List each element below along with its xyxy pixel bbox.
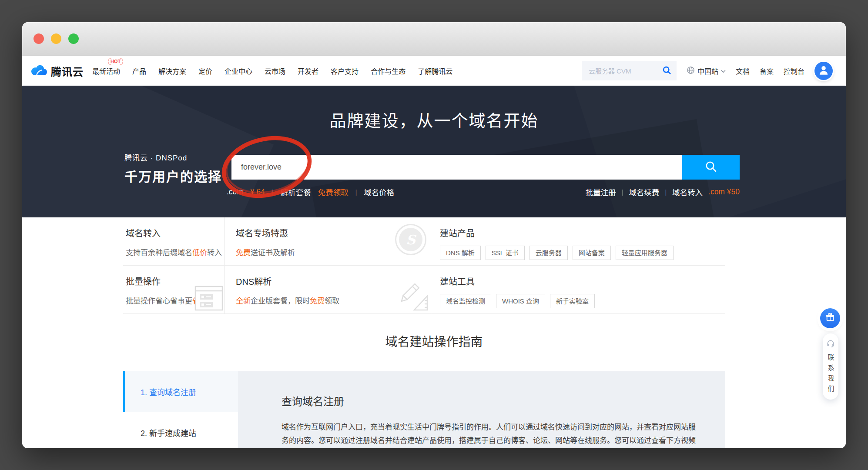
guide-section-title: 域名建站操作指南	[22, 332, 846, 350]
hero-banner: 品牌建设，从一个域名开始 腾讯云 · DNSPod 千万用户的选择 .com ¥…	[22, 86, 846, 217]
separator: |	[355, 189, 357, 196]
card-batch-ops[interactable]: 批量操作 批量操作省心省事更省力	[123, 266, 224, 313]
card-title[interactable]: 域名转入	[126, 227, 224, 239]
tool-chips: 域名监控检测 WHOIS 查询 新手实验室	[440, 294, 725, 308]
menu-item-marketplace[interactable]: 云市场	[265, 66, 285, 76]
nav-link-icp[interactable]: 备案	[760, 66, 774, 76]
cloud-icon	[30, 64, 48, 78]
dnspod-s-icon: S	[395, 224, 426, 255]
nav-right-cluster: 中国站 文档 备案 控制台	[582, 61, 833, 80]
hero-quicklinks-right: 批量注册 | 域名续费 | 域名转入 .com ¥50	[586, 187, 740, 197]
menu-item-solutions[interactable]: 解决方案	[158, 66, 186, 76]
region-label: 中国站	[697, 66, 718, 76]
menu-item-support[interactable]: 客户支持	[331, 66, 359, 76]
gift-icon	[825, 313, 835, 324]
guide-section: 域名建站操作指南 1. 查询域名注册 2. 新手速成建站 查询域名注册 域名作为…	[22, 314, 846, 448]
menu-item-products[interactable]: 产品	[132, 66, 146, 76]
chip-dns[interactable]: DNS 解析	[440, 246, 481, 260]
menu-item-enterprise[interactable]: 企业中心	[225, 66, 252, 76]
card-dns-resolution[interactable]: DNS解析 全新企业版套餐，限时免费领取	[224, 266, 431, 313]
separator: |	[622, 189, 623, 196]
dns-plan-link[interactable]: 解析套餐	[281, 187, 311, 197]
hero-quicklinks-left: .com ¥ 64 | 解析套餐 免费领取 | 域名价格	[227, 187, 394, 197]
chip-monitor[interactable]: 域名监控检测	[440, 294, 491, 308]
promotions-float-button[interactable]	[820, 308, 840, 328]
headset-icon	[826, 339, 835, 350]
traffic-lights	[34, 33, 79, 44]
menu-item-about[interactable]: 了解腾讯云	[418, 66, 452, 76]
cards-row-1: 域名转入 支持百余种后缀域名低价转入 域名专场特惠 免费送证书及解析 S 建站产…	[123, 217, 725, 266]
transfer-offer[interactable]: .com ¥50	[708, 187, 740, 197]
chip-whois[interactable]: WHOIS 查询	[496, 294, 545, 308]
tld-price[interactable]: ¥ 64	[250, 187, 265, 197]
guide-tab-quick-site[interactable]: 2. 新手速成建站	[123, 412, 238, 448]
browser-window: 腾讯云 最新活动 HOT 产品 解决方案 定价 企业中心 云市场 开发者 客户支…	[22, 22, 846, 448]
hot-badge: HOT	[108, 58, 123, 65]
guide-panel: 查询域名注册 域名作为互联网门户入口，充当着现实生活中门牌号指引的作用。人们可以…	[238, 371, 725, 448]
cards-row-2: 批量操作 批量操作省心省事更省力	[123, 266, 725, 314]
nav-search-box[interactable]	[582, 61, 677, 80]
menu-item-partners[interactable]: 合作与生态	[371, 66, 406, 76]
card-desc: 全新企业版套餐，限时免费领取	[236, 295, 431, 306]
card-domain-transfer[interactable]: 域名转入 支持百余种后缀域名低价转入	[123, 217, 224, 265]
brand-subtitle: 腾讯云 · DNSPod	[124, 152, 222, 163]
chip-icp[interactable]: 网站备案	[573, 246, 611, 260]
guide-body: 1. 查询域名注册 2. 新手速成建站 查询域名注册 域名作为互联网门户入口，充…	[123, 371, 725, 448]
chevron-down-icon	[721, 67, 726, 75]
product-chips: DNS 解析 SSL 证书 云服务器 网站备案 轻量应用服务器	[440, 246, 725, 260]
region-selector[interactable]: 中国站	[687, 66, 726, 76]
chip-cvm[interactable]: 云服务器	[530, 246, 568, 260]
card-title: 建站工具	[440, 275, 725, 287]
domain-search-input[interactable]	[231, 155, 682, 180]
zoom-window-button[interactable]	[68, 33, 79, 44]
card-title[interactable]: DNS解析	[236, 275, 431, 287]
card-title: 建站产品	[440, 227, 725, 239]
contact-us-label: 联系我们	[826, 354, 835, 396]
domain-transfer-link[interactable]: 域名转入	[672, 187, 703, 197]
feature-cards-section: 域名转入 支持百余种后缀域名低价转入 域名专场特惠 免费送证书及解析 S 建站产…	[22, 217, 846, 314]
user-avatar[interactable]	[814, 62, 833, 80]
tld-label[interactable]: .com	[227, 187, 243, 197]
menu-item-activities[interactable]: 最新活动 HOT	[92, 66, 120, 76]
globe-icon	[687, 66, 695, 76]
menu-item-pricing[interactable]: 定价	[198, 66, 212, 76]
separator: |	[272, 189, 274, 196]
magnifier-icon	[704, 160, 717, 174]
domain-search-button[interactable]	[682, 155, 740, 180]
search-icon[interactable]	[662, 66, 671, 77]
guide-panel-body: 域名作为互联网门户入口，充当着现实生活中门牌号指引的作用。人们可以通过域名快速访…	[282, 420, 699, 448]
nav-link-docs[interactable]: 文档	[736, 66, 750, 76]
chip-lighthouse[interactable]: 轻量应用服务器	[616, 246, 674, 260]
hero-title: 品牌建设，从一个域名开始	[22, 107, 846, 131]
nav-link-console[interactable]: 控制台	[784, 66, 804, 76]
card-title[interactable]: 批量操作	[126, 275, 224, 287]
window-titlebar	[22, 22, 846, 56]
top-navigation: 腾讯云 最新活动 HOT 产品 解决方案 定价 企业中心 云市场 开发者 客户支…	[22, 56, 846, 86]
card-domain-special[interactable]: 域名专场特惠 免费送证书及解析 S	[224, 217, 431, 265]
card-desc: 批量操作省心省事更省力	[126, 295, 224, 306]
card-site-tools: 建站工具 域名监控检测 WHOIS 查询 新手实验室	[431, 266, 725, 313]
logo-text: 腾讯云	[51, 63, 84, 79]
batch-register-link[interactable]: 批量注册	[586, 187, 616, 197]
close-window-button[interactable]	[34, 33, 44, 44]
chip-ssl[interactable]: SSL 证书	[486, 246, 525, 260]
nav-search-input[interactable]	[588, 67, 662, 75]
domain-search-bar	[231, 155, 740, 180]
card-site-products: 建站产品 DNS 解析 SSL 证书 云服务器 网站备案 轻量应用服务器	[431, 217, 725, 265]
tencent-cloud-logo[interactable]: 腾讯云	[30, 63, 84, 79]
guide-tabs: 1. 查询域名注册 2. 新手速成建站	[123, 371, 238, 448]
free-claim-link[interactable]: 免费领取	[318, 187, 349, 197]
guide-tab-query-domain[interactable]: 1. 查询域名注册	[123, 371, 238, 412]
domain-renew-link[interactable]: 域名续费	[629, 187, 659, 197]
brand-slogan: 千万用户的选择	[124, 166, 222, 185]
guide-panel-heading: 查询域名注册	[282, 393, 699, 408]
chip-lab[interactable]: 新手实验室	[550, 294, 595, 308]
main-menu: 最新活动 HOT 产品 解决方案 定价 企业中心 云市场 开发者 客户支持 合作…	[92, 66, 452, 76]
person-icon	[818, 64, 829, 77]
domain-pricing-link[interactable]: 域名价格	[364, 187, 394, 197]
menu-item-developers[interactable]: 开发者	[298, 66, 318, 76]
hero-brand-block: 腾讯云 · DNSPod 千万用户的选择	[124, 152, 222, 185]
contact-us-float-button[interactable]: 联系我们	[823, 333, 838, 400]
card-desc: 支持百余种后缀域名低价转入	[126, 247, 224, 257]
minimize-window-button[interactable]	[51, 33, 61, 44]
